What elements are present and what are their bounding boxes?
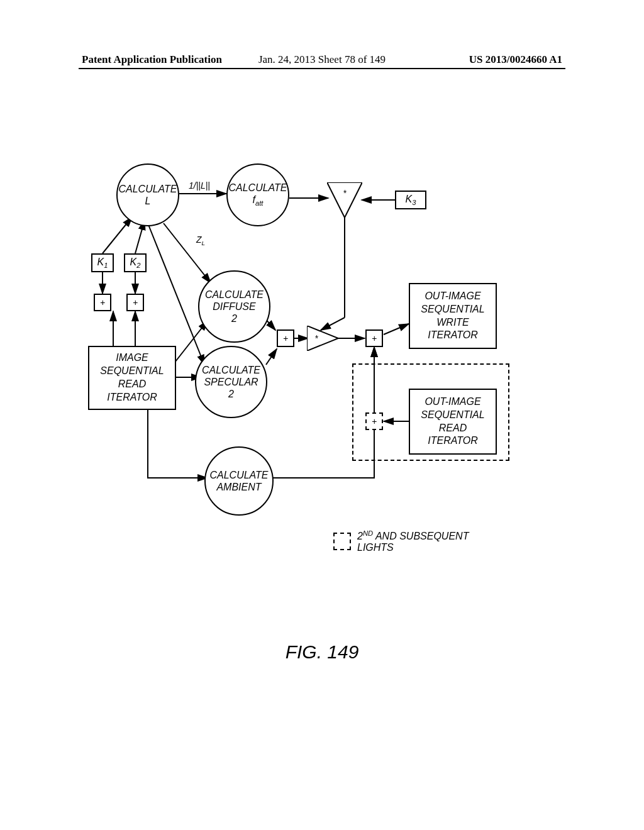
node-out-image-seq-read-iterator: OUT-IMAGE SEQUENTIAL READ ITERATOR [409, 389, 497, 455]
node-calculate-specular2: CALCULATE SPECULAR 2 [195, 346, 267, 418]
op-plus-4: + [365, 329, 383, 347]
plus-icon: + [133, 297, 138, 307]
op-multiply-2: * [307, 326, 338, 351]
header-right: US 2013/0024660 A1 [469, 53, 562, 66]
label-k2: K2 [130, 256, 141, 270]
op-plus-1: + [94, 294, 111, 311]
label-k1: K1 [97, 256, 108, 270]
label-calculate-fatt: CALCULATE fatt [228, 182, 287, 208]
op-plus-5-dashed: + [365, 412, 383, 430]
node-k3: K3 [395, 191, 426, 209]
svg-text:*: * [314, 333, 318, 343]
label-out-image-seq-read: OUT-IMAGE SEQUENTIAL READ ITERATOR [421, 396, 484, 448]
figure-caption: FIG. 149 [286, 641, 359, 663]
node-calculate-l: CALCULATE L [116, 163, 179, 226]
header-left: Patent Application Publication [82, 53, 222, 66]
edge-label-zl: ZL [195, 235, 206, 246]
node-k1: K1 [91, 253, 114, 272]
svg-text:*: * [343, 188, 347, 198]
label-calculate-specular2: CALCULATE SPECULAR 2 [202, 364, 260, 401]
op-plus-2: + [126, 294, 144, 311]
label-calculate-diffuse2: CALCULATE DIFFUSE 2 [205, 289, 264, 325]
op-plus-3: + [277, 329, 294, 347]
edge-label-invl: 1/||L|| [187, 180, 211, 191]
node-out-image-seq-write-iterator: OUT-IMAGE SEQUENTIAL WRITE ITERATOR [409, 283, 497, 349]
svg-line-2 [103, 217, 132, 253]
node-calculate-diffuse2: CALCULATE DIFFUSE 2 [198, 270, 270, 343]
label-k3: K3 [406, 193, 416, 208]
node-calculate-fatt: CALCULATE fatt [226, 163, 289, 226]
svg-marker-22 [307, 326, 338, 351]
label-calculate-l: CALCULATE L [118, 183, 177, 207]
label-out-image-seq-write: OUT-IMAGE SEQUENTIAL WRITE ITERATOR [421, 290, 484, 342]
diagram: CALCULATE L CALCULATE fatt CALCULATE DIF… [75, 163, 579, 604]
plus-icon: + [372, 416, 377, 426]
header-center: Jan. 24, 2013 Sheet 78 of 149 [258, 53, 386, 66]
node-image-seq-read-iterator: IMAGE SEQUENTIAL READ ITERATOR [88, 346, 176, 410]
svg-line-9 [164, 223, 211, 283]
label-image-seq-read: IMAGE SEQUENTIAL READ ITERATOR [100, 351, 164, 404]
svg-line-17 [384, 324, 409, 335]
op-multiply-1: * [327, 182, 362, 218]
node-calculate-ambient: CALCULATE AMBIENT [204, 446, 274, 516]
plus-icon: + [283, 333, 288, 343]
header-rule [79, 68, 565, 69]
svg-line-14 [266, 349, 277, 365]
plus-icon: + [372, 333, 377, 343]
node-k2: K2 [124, 253, 147, 272]
plus-icon: + [100, 297, 105, 307]
label-calculate-ambient: CALCULATE AMBIENT [209, 469, 268, 493]
